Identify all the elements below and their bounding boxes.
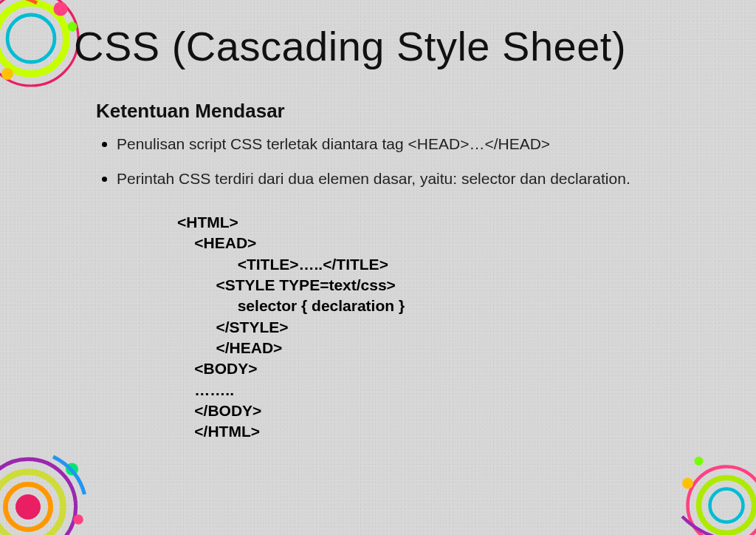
svg-point-15	[682, 478, 693, 489]
decorative-swirl-bottom-right	[660, 439, 756, 535]
slide-title: CSS (Cascading Style Sheet)	[74, 22, 697, 70]
bullet-item: Perintah CSS terdiri dari dua elemen das…	[117, 166, 697, 191]
bullet-list: Penulisan script CSS terletak diantara t…	[96, 132, 697, 190]
code-example: <HTML> <HEAD> <TITLE>…..</TITLE> <STYLE …	[177, 212, 697, 443]
svg-point-13	[699, 478, 755, 534]
decorative-swirl-bottom-left	[0, 432, 103, 535]
svg-point-11	[73, 514, 83, 525]
svg-point-14	[710, 489, 743, 522]
svg-point-16	[695, 457, 704, 466]
slide-content: CSS (Cascading Style Sheet) Ketentuan Me…	[0, 0, 756, 443]
bullet-item: Penulisan script CSS terletak diantara t…	[117, 132, 697, 156]
svg-point-9	[16, 494, 41, 519]
slide-subtitle: Ketentuan Mendasar	[96, 100, 697, 123]
